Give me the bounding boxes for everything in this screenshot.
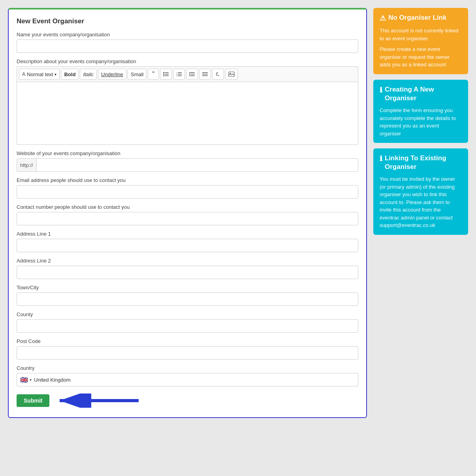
svg-rect-2 (165, 75, 169, 76)
blockquote-button[interactable]: " (148, 69, 159, 80)
svg-rect-13 (191, 74, 195, 75)
website-input-wrap: http:// (17, 158, 358, 172)
address-line2-label: Address Line 2 (17, 258, 358, 264)
info-icon-1: ℹ (380, 86, 382, 95)
post-code-input[interactable] (17, 346, 358, 360)
town-city-input[interactable] (17, 292, 358, 306)
undo-button[interactable] (212, 69, 224, 80)
website-prefix: http:// (17, 159, 37, 171)
unordered-list-button[interactable] (160, 69, 172, 80)
small-button[interactable]: Small (128, 69, 147, 80)
italic-button[interactable]: Italic (80, 69, 97, 80)
country-select[interactable]: 🇬🇧 ▾ United Kingdom (17, 373, 358, 386)
post-code-field: Post Code (17, 338, 358, 360)
image-button[interactable] (225, 69, 238, 80)
normal-text-button[interactable]: A Normal text ▾ (19, 69, 60, 80)
county-label: County (17, 311, 358, 317)
website-field: Website of your events company/organisat… (17, 150, 358, 172)
website-input[interactable] (37, 159, 358, 171)
company-name-label: Name your events company/organisation (17, 32, 358, 37)
address-line1-field: Address Line 1 (17, 231, 358, 252)
decrease-indent-button[interactable] (186, 69, 198, 80)
country-field: Country 🇬🇧 ▾ United Kingdom (17, 365, 358, 386)
contact-number-label: Contact number people should use to cont… (17, 204, 358, 210)
form-title: New Event Organiser (17, 17, 358, 25)
chevron-down-icon: ▾ (30, 378, 32, 382)
address-line1-label: Address Line 1 (17, 231, 358, 237)
form-panel: New Event Organiser Name your events com… (8, 8, 367, 418)
svg-point-3 (163, 72, 164, 73)
creating-new-organiser-card: ℹ Creating A New Organiser Complete the … (373, 80, 468, 143)
arrow-icon (56, 394, 143, 408)
svg-point-4 (163, 73, 164, 75)
increase-indent-button[interactable] (199, 69, 211, 80)
sidebar: ⚠ No Organiser Link This account is not … (373, 8, 468, 418)
address-line2-input[interactable] (17, 266, 358, 279)
svg-point-5 (163, 75, 164, 76)
svg-rect-17 (204, 74, 208, 75)
svg-rect-0 (165, 72, 169, 73)
underline-button[interactable]: Underline (98, 69, 126, 80)
address-line2-field: Address Line 2 (17, 258, 358, 279)
svg-text:3: 3 (176, 75, 177, 77)
page-layout: New Event Organiser Name your events com… (8, 8, 468, 418)
svg-rect-12 (189, 72, 195, 73)
description-field: Description about your events company/or… (17, 58, 358, 145)
email-input[interactable] (17, 185, 358, 199)
rte-toolbar: A Normal text ▾ Bold Italic Underline Sm… (17, 66, 358, 82)
county-field: County (17, 311, 358, 333)
submit-row: Submit (17, 394, 358, 408)
svg-rect-14 (189, 75, 195, 76)
creating-new-organiser-body: Complete the form ensuring you accuratel… (380, 107, 462, 137)
svg-rect-16 (202, 72, 208, 73)
county-input[interactable] (17, 319, 358, 333)
company-name-input[interactable] (17, 39, 358, 53)
country-value: United Kingdom (34, 377, 71, 383)
svg-marker-19 (202, 73, 203, 75)
website-label: Website of your events company/organisat… (17, 150, 358, 156)
town-city-field: Town/City (17, 285, 358, 306)
email-label: Email address people should use to conta… (17, 177, 358, 183)
arrow-indicator (56, 394, 143, 408)
contact-number-input[interactable] (17, 212, 358, 225)
address-line1-input[interactable] (17, 239, 358, 252)
svg-rect-21 (229, 72, 234, 77)
no-organiser-link-title: No Organiser Link (388, 13, 446, 22)
town-city-label: Town/City (17, 285, 358, 290)
svg-rect-18 (202, 75, 208, 76)
country-flag: 🇬🇧 (20, 376, 28, 384)
svg-rect-7 (178, 74, 182, 75)
normal-text-label: Normal text (27, 71, 53, 77)
svg-marker-15 (189, 73, 190, 75)
linking-existing-organiser-card: ℹ Linking To Existing Organiser You must… (373, 148, 468, 235)
svg-rect-1 (165, 74, 169, 75)
linking-existing-organiser-title: Linking To Existing Organiser (385, 154, 462, 171)
linking-existing-organiser-body: You must be invited by the owner (or pri… (380, 175, 462, 229)
contact-number-field: Contact number people should use to cont… (17, 204, 358, 225)
bold-button[interactable]: Bold (61, 69, 79, 80)
svg-rect-6 (178, 72, 182, 73)
no-organiser-link-body-2: Please create a new event organiser or r… (380, 45, 462, 69)
ordered-list-button[interactable]: 123 (173, 69, 185, 80)
post-code-label: Post Code (17, 338, 358, 344)
info-icon-2: ℹ (380, 154, 382, 163)
description-editor[interactable] (17, 82, 358, 145)
creating-new-organiser-title: Creating A New Organiser (385, 85, 462, 103)
country-label: Country (17, 365, 358, 371)
submit-button[interactable]: Submit (17, 394, 49, 407)
company-name-field: Name your events company/organisation (17, 32, 358, 53)
no-organiser-link-card: ⚠ No Organiser Link This account is not … (373, 8, 468, 74)
description-label: Description about your events company/or… (17, 58, 358, 64)
warning-icon: ⚠ (380, 14, 386, 23)
email-field: Email address people should use to conta… (17, 177, 358, 199)
svg-rect-8 (178, 75, 182, 76)
no-organiser-link-body-1: This account is not currently linked to … (380, 27, 462, 42)
